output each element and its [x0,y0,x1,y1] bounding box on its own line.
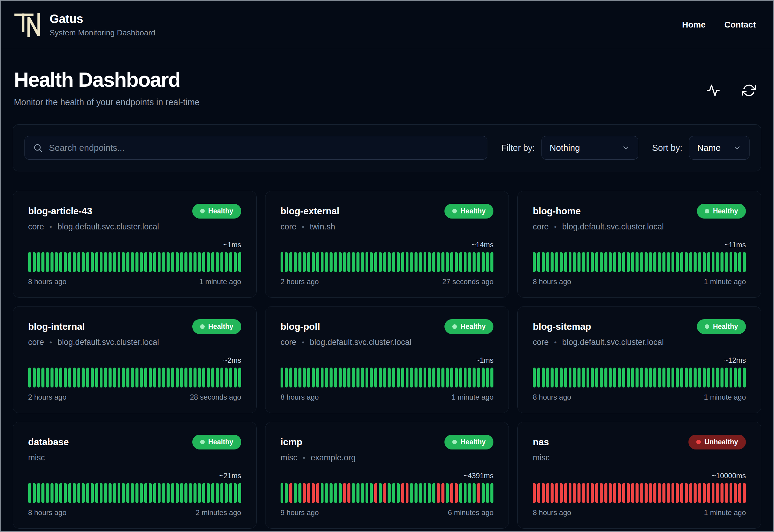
health-bar[interactable] [184,252,187,272]
health-bar[interactable] [312,252,315,272]
health-bar[interactable] [294,368,297,388]
health-bar[interactable] [618,252,621,272]
health-bar[interactable] [211,252,214,272]
health-bar[interactable] [613,368,616,388]
health-bar[interactable] [609,483,612,503]
health-bar[interactable] [131,483,134,503]
health-bar[interactable] [658,368,661,388]
health-bar[interactable] [667,368,670,388]
refresh-icon[interactable] [742,83,756,97]
health-bar[interactable] [672,252,675,272]
health-bar[interactable] [604,368,607,388]
health-bar[interactable] [455,368,458,388]
health-bar[interactable] [285,252,288,272]
health-bar[interactable] [685,368,688,388]
health-bar[interactable] [640,483,643,503]
uptime-bars[interactable] [28,368,241,388]
health-bar[interactable] [109,252,112,272]
health-bar[interactable] [560,252,563,272]
health-bar[interactable] [694,483,697,503]
health-bar[interactable] [419,252,422,272]
health-bar[interactable] [180,252,183,272]
health-bar[interactable] [91,368,94,388]
health-bar[interactable] [68,483,71,503]
health-bar[interactable] [366,252,369,272]
health-bar[interactable] [325,252,328,272]
health-bar[interactable] [582,368,585,388]
health-bar[interactable] [537,483,540,503]
health-bar[interactable] [716,483,719,503]
health-bar[interactable] [383,252,386,272]
health-bar[interactable] [587,483,590,503]
health-bar[interactable] [622,252,625,272]
health-bar[interactable] [180,483,183,503]
health-bar[interactable] [339,483,342,503]
uptime-bars[interactable] [28,252,241,272]
health-bar[interactable] [653,483,656,503]
health-bar[interactable] [176,483,179,503]
health-bar[interactable] [667,252,670,272]
health-bar[interactable] [734,368,737,388]
health-bar[interactable] [645,483,648,503]
health-bar[interactable] [410,483,413,503]
health-bar[interactable] [587,252,590,272]
health-bar[interactable] [636,252,639,272]
nav-link-contact[interactable]: Contact [724,20,756,30]
health-bar[interactable] [730,368,733,388]
health-bar[interactable] [289,252,292,272]
uptime-bars[interactable] [281,252,494,272]
health-bar[interactable] [473,483,476,503]
health-bar[interactable] [401,368,404,388]
health-bar[interactable] [490,483,493,503]
health-bar[interactable] [680,483,683,503]
health-bar[interactable] [573,368,576,388]
health-bar[interactable] [366,483,369,503]
endpoint-card[interactable]: blog-sitemap Healthy core • blog.default… [517,306,761,413]
health-bar[interactable] [86,252,89,272]
health-bar[interactable] [428,483,431,503]
health-bar[interactable] [28,483,31,503]
health-bar[interactable] [622,483,625,503]
health-bar[interactable] [379,368,382,388]
health-bar[interactable] [131,368,134,388]
health-bar[interactable] [158,483,161,503]
health-bar[interactable] [82,252,85,272]
health-bar[interactable] [321,483,324,503]
health-bar[interactable] [533,252,536,272]
health-bar[interactable] [356,368,359,388]
health-bar[interactable] [680,252,683,272]
health-bar[interactable] [167,252,170,272]
health-bar[interactable] [176,368,179,388]
health-bar[interactable] [220,368,223,388]
health-bar[interactable] [441,252,444,272]
health-bar[interactable] [59,252,62,272]
health-bar[interactable] [410,368,413,388]
uptime-bars[interactable] [28,483,241,503]
health-bar[interactable] [432,252,435,272]
health-bar[interactable] [374,368,377,388]
health-bar[interactable] [468,483,471,503]
health-bar[interactable] [55,483,58,503]
health-bar[interactable] [432,368,435,388]
health-bar[interactable] [95,368,98,388]
health-bar[interactable] [738,483,741,503]
health-bar[interactable] [582,252,585,272]
health-bar[interactable] [356,483,359,503]
health-bar[interactable] [569,368,572,388]
health-bar[interactable] [464,368,467,388]
health-bar[interactable] [618,368,621,388]
health-bar[interactable] [225,368,228,388]
health-bar[interactable] [627,368,630,388]
health-bar[interactable] [560,483,563,503]
health-bar[interactable] [631,483,634,503]
health-bar[interactable] [118,368,121,388]
health-bar[interactable] [361,483,364,503]
health-bar[interactable] [216,483,219,503]
endpoint-card[interactable]: nas Unhealthy misc ~10000ms 8 hours ago … [517,422,761,529]
health-bar[interactable] [631,252,634,272]
health-bar[interactable] [95,252,98,272]
health-bar[interactable] [627,483,630,503]
health-bar[interactable] [352,252,355,272]
health-bar[interactable] [289,368,292,388]
health-bar[interactable] [229,483,232,503]
